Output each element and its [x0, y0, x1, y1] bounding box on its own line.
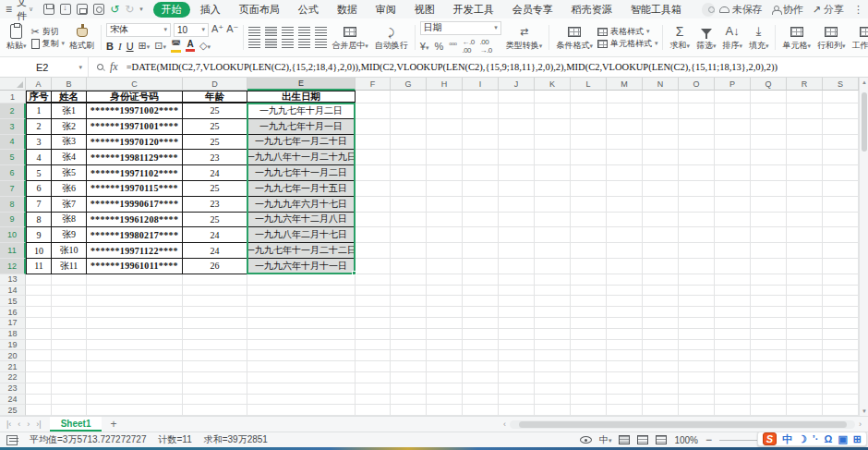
cell-R1[interactable]	[787, 91, 823, 103]
cell-K22[interactable]	[535, 372, 571, 383]
cell-B12[interactable]: 张11	[52, 259, 87, 274]
cell-I15[interactable]	[463, 296, 499, 307]
cell-I12[interactable]	[463, 259, 499, 274]
cell-F7[interactable]	[356, 181, 391, 197]
cell-K18[interactable]	[535, 329, 571, 340]
cell-S7[interactable]	[823, 181, 859, 197]
first-sheet-icon[interactable]: |‹	[5, 420, 13, 429]
cell-H8[interactable]	[427, 197, 463, 213]
align-top-icon[interactable]	[248, 27, 260, 36]
cell-S20[interactable]	[823, 350, 859, 361]
cell-R22[interactable]	[787, 372, 823, 383]
column-header-S[interactable]: S	[823, 78, 859, 91]
column-header-Q[interactable]: Q	[751, 78, 787, 91]
cell-R12[interactable]	[787, 259, 823, 274]
cell-H4[interactable]	[427, 135, 463, 151]
menu-tab-1[interactable]: 插入	[192, 2, 229, 18]
cell-N6[interactable]	[643, 165, 679, 181]
cell-E21[interactable]	[247, 361, 356, 372]
cell-H21[interactable]	[427, 361, 463, 372]
cell-J4[interactable]	[499, 135, 535, 151]
cell-J12[interactable]	[499, 259, 535, 274]
cell-D20[interactable]	[183, 350, 247, 361]
cell-I23[interactable]	[463, 383, 499, 395]
cell-Q19[interactable]	[751, 340, 787, 351]
menu-tab-5[interactable]: 审阅	[368, 2, 404, 18]
row-header-1[interactable]: 1	[0, 91, 26, 103]
row-header-25[interactable]: 25	[0, 405, 26, 416]
cell-J9[interactable]	[499, 213, 535, 228]
cell-C2[interactable]: ******19971002****	[87, 103, 183, 119]
cell-E24[interactable]	[247, 395, 356, 406]
horizontal-scrollbar[interactable]: ‹ ›	[501, 420, 863, 429]
cell-D18[interactable]	[183, 329, 247, 340]
cell-L25[interactable]	[571, 405, 607, 416]
cell-D3[interactable]: 25	[183, 119, 247, 135]
cell-O12[interactable]	[679, 259, 715, 274]
cell-H13[interactable]	[427, 274, 463, 286]
row-header-17[interactable]: 17	[0, 318, 26, 329]
cell-J3[interactable]	[499, 119, 535, 135]
cell-P19[interactable]	[715, 340, 751, 351]
decrease-decimal-icon[interactable]: .00→.0	[480, 38, 492, 55]
column-header-O[interactable]: O	[679, 78, 715, 91]
cell-S25[interactable]	[823, 405, 859, 416]
cell-F23[interactable]	[356, 383, 391, 395]
column-header-D[interactable]: D	[183, 78, 247, 91]
cell-G17[interactable]	[391, 318, 427, 329]
row-header-6[interactable]: 6	[0, 165, 26, 181]
cell-O20[interactable]	[679, 350, 715, 361]
cell-P4[interactable]	[715, 135, 751, 151]
cell-J16[interactable]	[499, 307, 535, 318]
cell-E4[interactable]: 一九九七年一月二十日	[247, 135, 356, 151]
cell-J7[interactable]	[499, 181, 535, 197]
cell-P2[interactable]	[715, 103, 751, 119]
next-sheet-icon[interactable]: ›	[25, 420, 31, 429]
cell-J15[interactable]	[499, 296, 535, 307]
cell-J23[interactable]	[499, 383, 535, 395]
hamburger-menu-icon[interactable]: ≡	[6, 3, 12, 16]
cell-A14[interactable]	[26, 286, 52, 297]
cell-S23[interactable]	[823, 383, 859, 395]
cell-R11[interactable]	[787, 243, 823, 259]
cell-L19[interactable]	[571, 340, 607, 351]
type-convert-button[interactable]: ⇄ 类型转换▾	[504, 25, 545, 51]
cell-S9[interactable]	[823, 213, 859, 228]
cell-Q14[interactable]	[751, 286, 787, 297]
cell-M16[interactable]	[607, 307, 643, 318]
cell-C21[interactable]	[87, 361, 183, 372]
column-header-C[interactable]: C	[87, 78, 183, 91]
cell-B16[interactable]	[52, 307, 87, 318]
cell-I25[interactable]	[463, 405, 499, 416]
cell-N20[interactable]	[643, 350, 679, 361]
cell-I14[interactable]	[463, 286, 499, 297]
align-left-icon[interactable]	[248, 39, 260, 48]
cell-Q4[interactable]	[751, 135, 787, 151]
cell-K3[interactable]	[535, 119, 571, 135]
cell-O4[interactable]	[679, 135, 715, 151]
cell-O18[interactable]	[679, 329, 715, 340]
cell-L7[interactable]	[571, 181, 607, 197]
cell-I22[interactable]	[463, 372, 499, 383]
cell-H5[interactable]	[427, 150, 463, 165]
cell-L22[interactable]	[571, 372, 607, 383]
cell-G15[interactable]	[391, 296, 427, 307]
cell-P6[interactable]	[715, 165, 751, 181]
cell-G18[interactable]	[391, 329, 427, 340]
cell-I11[interactable]	[463, 243, 499, 259]
cell-E10[interactable]: 一九九八年二月十七日	[247, 227, 356, 243]
cell-B13[interactable]	[52, 274, 87, 286]
cell-P17[interactable]	[715, 318, 751, 329]
prev-sheet-icon[interactable]: ‹	[16, 420, 22, 429]
cell-Q25[interactable]	[751, 405, 787, 416]
cell-F16[interactable]	[356, 307, 391, 318]
cell-A2[interactable]: 1	[26, 103, 52, 119]
italic-button[interactable]: I	[118, 41, 122, 52]
cell-I10[interactable]	[463, 227, 499, 243]
scroll-left-icon[interactable]: ‹	[501, 420, 508, 429]
cell-D9[interactable]: 25	[183, 213, 247, 228]
menu-tab-4[interactable]: 数据	[329, 2, 366, 18]
align-bottom-icon[interactable]	[282, 27, 294, 36]
add-sheet-button[interactable]: +	[104, 418, 122, 431]
cell-K2[interactable]	[535, 103, 571, 119]
